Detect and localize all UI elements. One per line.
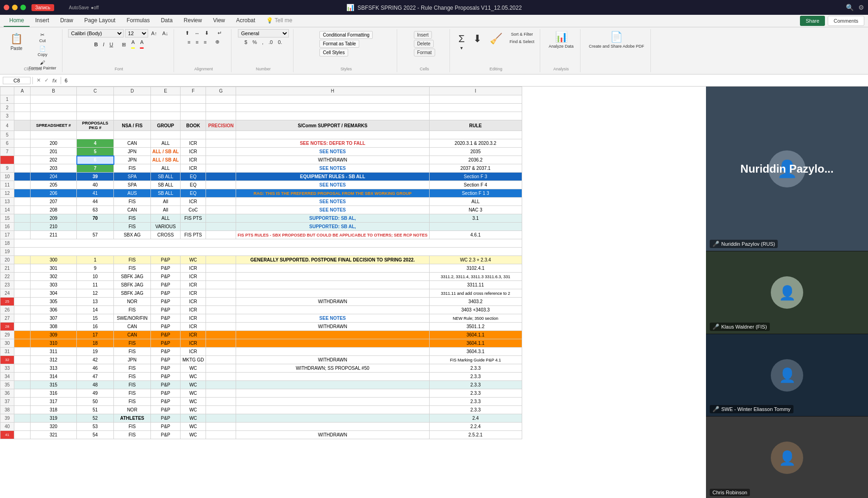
confirm-formula-icon[interactable]: ✓ <box>44 77 49 83</box>
percent-button[interactable]: % <box>250 38 259 46</box>
cell[interactable]: 14 <box>77 306 114 314</box>
cell[interactable] <box>236 306 429 314</box>
row-header[interactable]: 33 <box>0 364 14 373</box>
cell[interactable]: 3604.1.1 <box>429 331 522 339</box>
row-header[interactable]: 19 <box>0 248 14 256</box>
cell[interactable]: WC <box>181 431 206 439</box>
cell[interactable]: WITHDRAWN; SS PROPOSAL #50 <box>236 364 429 373</box>
cell[interactable]: 2035 <box>429 148 522 156</box>
titlebar-icons[interactable]: 🔍 ⚙ <box>846 4 864 11</box>
cell[interactable]: 70 <box>77 214 114 223</box>
cell[interactable] <box>14 348 31 356</box>
cell[interactable] <box>206 148 236 156</box>
row-header[interactable]: 22 <box>0 273 14 281</box>
cell[interactable]: P&P <box>151 323 181 331</box>
cell[interactable] <box>77 223 114 231</box>
cell[interactable] <box>31 131 77 139</box>
cell[interactable]: FIS <box>114 348 151 356</box>
increase-decimal-button[interactable]: .0 <box>267 38 275 46</box>
cell[interactable]: GROUP <box>151 120 181 131</box>
cell[interactable]: All <box>151 206 181 214</box>
cell[interactable]: 3501.1.2 <box>429 323 522 331</box>
cell[interactable] <box>236 112 429 120</box>
cell[interactable] <box>14 431 31 439</box>
cell[interactable]: P&P <box>151 381 181 389</box>
cell[interactable]: CAN <box>114 139 151 148</box>
cut-button[interactable]: ✂ Cut <box>27 31 58 44</box>
cell[interactable]: 6 <box>77 156 114 164</box>
cell[interactable] <box>14 331 31 339</box>
cell[interactable]: ICR <box>181 339 206 348</box>
cell[interactable] <box>429 223 522 231</box>
cell[interactable]: AUS <box>114 189 151 198</box>
cell[interactable]: 304 <box>31 289 77 298</box>
cell[interactable] <box>151 131 181 139</box>
align-center-button[interactable]: ≡ <box>194 38 200 46</box>
cell[interactable] <box>206 281 236 289</box>
align-left-button[interactable]: ≡ <box>186 38 192 46</box>
row-header[interactable]: 29 <box>0 331 14 339</box>
analyze-data-button[interactable]: 📊 Analyze Data <box>546 29 576 50</box>
cell[interactable]: NAC 3 <box>429 206 522 214</box>
cell[interactable] <box>14 264 31 273</box>
cell[interactable] <box>206 406 236 414</box>
cell[interactable]: PRECISION <box>206 120 236 131</box>
cell[interactable]: 42 <box>77 356 114 364</box>
settings-icon[interactable]: ⚙ <box>858 4 864 11</box>
cell[interactable]: SWE/NOR/FIN <box>114 314 151 323</box>
cell[interactable]: 2.4 <box>429 414 522 423</box>
cell[interactable]: 314 <box>31 373 77 381</box>
cell[interactable]: 2037 & 2037.1 <box>429 164 522 173</box>
cell-reference-input[interactable]: C8 <box>3 77 31 84</box>
format-cells-button[interactable]: Format <box>414 49 435 56</box>
cell[interactable] <box>14 356 31 364</box>
sum-button[interactable]: Σ▼ <box>456 31 468 52</box>
cell[interactable]: P&P <box>151 331 181 339</box>
cell[interactable]: SBX AG <box>114 231 151 239</box>
cell[interactable]: WC <box>181 381 206 389</box>
cell[interactable]: 3604.1.1 <box>429 339 522 348</box>
cell[interactable]: ICR <box>181 298 206 306</box>
delete-cells-button[interactable]: Delete <box>414 40 434 48</box>
cell[interactable] <box>14 189 31 198</box>
cell[interactable]: SB ALL <box>151 173 181 181</box>
cell[interactable] <box>14 423 31 431</box>
cell[interactable]: WITHDRAWN <box>236 156 429 164</box>
cell[interactable]: FIS <box>114 373 151 381</box>
cell[interactable]: 11 <box>77 281 114 289</box>
cell[interactable]: 305 <box>31 298 77 306</box>
fill-button[interactable]: ⬇ <box>470 31 484 47</box>
cell[interactable] <box>206 423 236 431</box>
cell[interactable] <box>206 156 236 164</box>
cell[interactable] <box>236 381 429 389</box>
col-header-H[interactable]: H <box>236 87 429 95</box>
cell[interactable]: NOR <box>114 298 151 306</box>
cell[interactable]: 203 <box>31 164 77 173</box>
cell[interactable] <box>206 139 236 148</box>
cell[interactable] <box>14 339 31 348</box>
cell[interactable]: 200 <box>31 139 77 148</box>
cell[interactable] <box>14 164 31 173</box>
row-header[interactable]: 18 <box>0 239 14 248</box>
cell[interactable]: SBFK JAG <box>114 281 151 289</box>
cell[interactable] <box>14 120 31 131</box>
cell[interactable]: SUPPORTED: SB AL, <box>236 214 429 223</box>
cell[interactable] <box>236 273 429 281</box>
cell[interactable] <box>14 289 31 298</box>
cell[interactable] <box>77 131 114 139</box>
row-header[interactable]: 10 <box>0 173 14 181</box>
cell[interactable]: ICR <box>181 323 206 331</box>
cell[interactable]: 303 <box>31 281 77 289</box>
cell[interactable] <box>236 406 429 414</box>
cell[interactable]: ALL / SB AL <box>151 148 181 156</box>
cell[interactable]: ICR <box>181 198 206 206</box>
cell[interactable]: PROPOSALS PKG # <box>77 120 114 131</box>
cell[interactable]: WC 2.3 + 2.3.4 <box>429 256 522 264</box>
cell[interactable] <box>14 214 31 223</box>
cell[interactable] <box>429 95 522 104</box>
cell[interactable]: 2.2.4 <box>429 423 522 431</box>
cell[interactable]: WITHDRAWN <box>236 356 429 364</box>
cell[interactable] <box>14 131 31 139</box>
cell[interactable]: 44 <box>77 198 114 206</box>
cell[interactable]: JPN <box>114 156 151 164</box>
